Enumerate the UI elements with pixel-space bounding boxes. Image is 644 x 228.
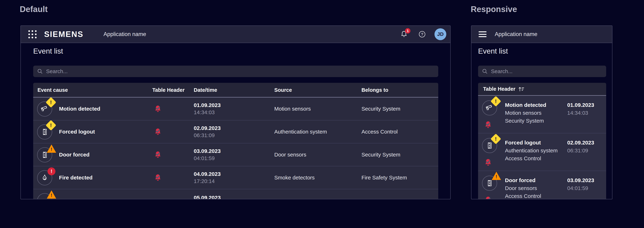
event-source: Door sensors	[274, 152, 306, 158]
help-button[interactable]: ?	[418, 30, 426, 38]
column-header-belongs-to: Belongs to	[362, 87, 388, 93]
table-row[interactable]: ! Forced logout 02.09.2023 06:31:09 Auth…	[33, 120, 438, 143]
critical-badge: !	[48, 167, 56, 175]
search-field	[478, 66, 606, 77]
alarm-acknowledged-icon	[154, 151, 162, 159]
event-cause: Forced logout	[505, 139, 558, 147]
notifications-button[interactable]: 1	[400, 30, 408, 38]
column-header-source: Source	[274, 87, 292, 93]
default-section-title: Default	[20, 4, 48, 14]
siemens-logo: SIEMENS	[44, 30, 84, 39]
event-card[interactable]: ! Forced logout Authentication system Ac…	[478, 133, 606, 171]
event-datetime: 01.09.2023 14:34:03	[194, 102, 221, 115]
default-app-panel: SIEMENS Application name 1 ? JD Event li…	[20, 25, 450, 199]
alarm-acknowledged-icon	[484, 196, 492, 199]
alarm-acknowledged-icon	[154, 128, 162, 136]
search-icon	[37, 68, 43, 75]
app-header-bar: Application name	[472, 26, 612, 43]
event-source: Motion sensors	[274, 106, 311, 112]
responsive-section-title: Responsive	[471, 4, 517, 14]
event-source: Motion sensors	[505, 109, 546, 117]
menu-icon[interactable]	[478, 31, 486, 37]
door-icon	[40, 128, 49, 136]
alert-badge: !	[492, 172, 501, 180]
question-icon: ?	[418, 30, 426, 38]
event-source: Door sensors	[505, 184, 541, 192]
event-card[interactable]: ! Motion detected Motion sensors Securit…	[478, 96, 606, 133]
event-belongs-to: Security System	[362, 106, 400, 112]
event-datetime: 03.09.2023 04:01:59	[194, 148, 221, 161]
event-cause: Motion detected	[59, 106, 100, 112]
sort-ascending-icon	[518, 86, 525, 92]
column-header-event-cause: Event cause	[38, 87, 68, 93]
door-icon	[486, 141, 494, 150]
event-source: Authentication system	[274, 129, 327, 135]
cctv-camera-icon	[40, 105, 49, 113]
event-belongs-to: Access Control	[505, 192, 541, 199]
column-header-datetime: Date/time	[194, 87, 217, 93]
search-input[interactable]	[491, 68, 606, 74]
event-datetime: 01.09.2023 14:34:03	[567, 101, 594, 117]
event-datetime: 04.09.2023 17:20:14	[194, 171, 221, 184]
event-belongs-to: Security System	[505, 117, 546, 125]
event-cause: Door forced	[505, 176, 541, 184]
page-title: Event list	[478, 47, 508, 55]
door-icon	[486, 179, 494, 187]
event-card-text: Motion detected Motion sensors Security …	[505, 101, 546, 125]
event-card-text: Forced logout Authentication system Acce…	[505, 139, 558, 162]
flame-icon	[40, 174, 49, 182]
search-icon	[482, 68, 488, 75]
event-datetime: 03.09.2023 04:01:59	[567, 176, 594, 192]
event-belongs-to: Access Control	[505, 155, 558, 162]
application-name: Application name	[104, 31, 146, 37]
event-belongs-to: Fire Safety System	[362, 175, 407, 181]
app-header-bar: SIEMENS Application name 1 ? JD	[21, 26, 450, 43]
event-card-text: Door forced Door sensors Access Control	[505, 176, 541, 199]
event-cause: Motion detected	[505, 101, 546, 109]
event-card[interactable]: ! Door forced Door sensors Access Contro…	[478, 171, 606, 199]
alarm-acknowledged-icon	[154, 174, 162, 182]
event-datetime: 02.09.2023 06:31:09	[567, 139, 594, 155]
event-cause: Fire detected	[59, 175, 92, 181]
event-cause: Door forced	[59, 152, 90, 158]
alarm-acknowledged-icon	[154, 105, 162, 113]
table-row[interactable]: ! 05.09.2023	[33, 189, 438, 199]
table-row[interactable]: ! Door forced 03.09.2023 04:01:59 Door s…	[33, 143, 438, 166]
event-belongs-to: Security System	[362, 152, 400, 158]
app-launcher-icon[interactable]	[28, 30, 36, 38]
event-cause: Forced logout	[59, 129, 95, 135]
event-card-list: Table Header !	[478, 83, 606, 199]
cctv-camera-icon	[485, 104, 494, 112]
page-title: Event list	[33, 47, 63, 55]
search-input[interactable]	[46, 68, 438, 74]
alarm-acknowledged-icon	[484, 120, 492, 129]
event-datetime: 02.09.2023 06:31:09	[194, 125, 221, 138]
search-field	[33, 66, 438, 77]
sort-header-label: Table Header	[483, 86, 516, 92]
table-row[interactable]: ! Motion detected 01.09.2023 14:34:03 Mo…	[33, 97, 438, 120]
svg-text:?: ?	[421, 32, 423, 36]
responsive-app-panel: Application name Event list Table Header	[471, 25, 612, 199]
event-datetime: 05.09.2023	[194, 195, 221, 199]
event-source: Smoke detectors	[274, 175, 315, 181]
notification-count-badge: 1	[405, 28, 410, 33]
event-belongs-to: Access Control	[362, 129, 398, 135]
table-header-row: Event cause Table Header Date/time Sourc…	[33, 83, 438, 97]
alarm-acknowledged-icon	[484, 158, 492, 167]
sort-header[interactable]: Table Header	[478, 83, 606, 96]
event-table: Event cause Table Header Date/time Sourc…	[33, 83, 438, 199]
application-name: Application name	[495, 31, 538, 37]
event-source: Authentication system	[505, 147, 558, 155]
column-header-table-header: Table Header	[152, 87, 184, 93]
user-avatar[interactable]: JD	[434, 28, 446, 40]
table-row[interactable]: ! Fire detected 04.09.2023 17:20:14 Smok…	[33, 166, 438, 189]
